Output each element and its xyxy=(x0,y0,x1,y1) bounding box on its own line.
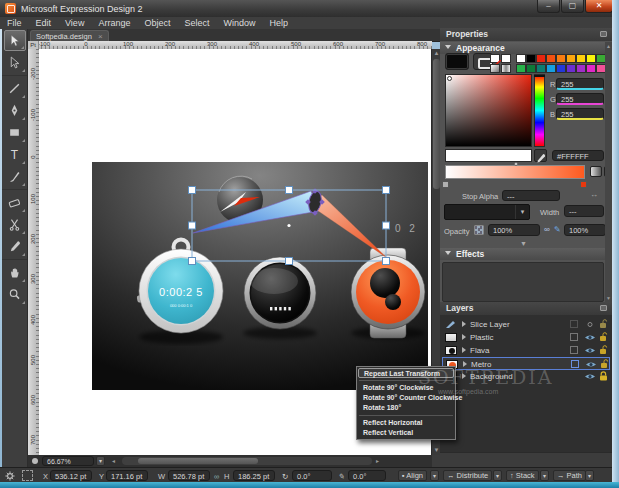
x-field[interactable]: 536.12 pt xyxy=(50,470,92,481)
w-field[interactable]: 526.78 pt xyxy=(168,470,210,481)
g-field[interactable]: 255 xyxy=(556,93,604,105)
minimize-button[interactable]: – xyxy=(537,0,560,13)
menu-window[interactable]: Window xyxy=(216,18,262,28)
distribute-dropdown-icon[interactable]: ▾ xyxy=(493,470,502,481)
zoom-tool[interactable] xyxy=(4,284,26,305)
r-field[interactable]: 255 xyxy=(556,78,604,90)
collapse-triangle-icon[interactable] xyxy=(445,251,451,255)
fill-swatch[interactable] xyxy=(445,53,469,70)
layer-row-background[interactable]: Background xyxy=(442,370,610,383)
rotation-field[interactable]: 0.0° xyxy=(292,470,332,481)
pen-tool[interactable] xyxy=(4,100,26,121)
palette-swatch[interactable] xyxy=(566,54,576,63)
lock-closed-icon[interactable] xyxy=(599,371,608,381)
line-tool[interactable] xyxy=(4,78,26,99)
eraser-tool[interactable] xyxy=(4,192,26,213)
link-dimensions-icon[interactable]: ∞ xyxy=(214,472,219,481)
menu-arrange[interactable]: Arrange xyxy=(91,18,137,28)
palette-swatch[interactable] xyxy=(526,64,536,73)
palette-swatch[interactable] xyxy=(516,64,526,73)
b-field[interactable]: 255 xyxy=(556,108,604,120)
layer-expand-icon[interactable] xyxy=(462,373,466,379)
layer-row-metro[interactable]: Metro xyxy=(442,357,610,370)
layer-checkbox[interactable] xyxy=(571,360,579,368)
palette-swatch[interactable] xyxy=(536,54,546,63)
palette-swatch[interactable] xyxy=(546,54,556,63)
eye-hidden-icon[interactable] xyxy=(584,320,596,329)
maximize-button[interactable]: ▢ xyxy=(561,0,584,13)
pin-icon[interactable] xyxy=(600,305,607,311)
path-button[interactable]: → Path xyxy=(553,470,586,481)
palette-swatch[interactable] xyxy=(526,54,536,63)
close-button[interactable]: ✕ xyxy=(585,0,613,13)
y-field[interactable]: 171.16 pt xyxy=(106,470,148,481)
gradient-mid-stop[interactable] xyxy=(514,162,518,166)
palette-swatch[interactable] xyxy=(576,54,586,63)
eyedropper-tool[interactable] xyxy=(4,236,26,257)
layer-row-slice[interactable]: Slice Layer xyxy=(442,318,610,331)
effects-header[interactable]: Effects xyxy=(440,248,612,260)
layer-expand-icon[interactable] xyxy=(462,347,466,353)
scroll-up-icon[interactable]: ▲ xyxy=(605,43,612,49)
menu-edit[interactable]: Edit xyxy=(29,18,59,28)
watch-black[interactable] xyxy=(244,257,316,329)
menu-item-repeat-last-transform[interactable]: Repeat Last Transform xyxy=(358,368,454,378)
tab-close-icon[interactable]: × xyxy=(98,32,103,41)
pin-icon[interactable] xyxy=(600,31,607,37)
section-collapse-chevron-icon[interactable]: ▼ xyxy=(520,240,527,247)
menu-item-rotate-90-cw[interactable]: Rotate 90° Clockwise xyxy=(357,383,455,393)
artboard-artwork[interactable]: 0:00:2 5 000 0:00:1 0 xyxy=(92,162,428,390)
palette-swatch[interactable] xyxy=(576,64,586,73)
registration-mark-icon[interactable] xyxy=(22,470,33,481)
lock-open-icon[interactable] xyxy=(600,359,609,369)
swatch-gradient-linear[interactable] xyxy=(490,64,500,73)
hue-slider[interactable] xyxy=(534,74,545,147)
collapse-triangle-icon[interactable] xyxy=(445,45,451,49)
layer-expand-icon[interactable] xyxy=(462,321,466,327)
palette-swatch[interactable] xyxy=(586,54,596,63)
hand-tool[interactable] xyxy=(4,262,26,283)
panel-scrollbar[interactable]: ▲ ▼ xyxy=(605,42,612,302)
scissors-tool[interactable] xyxy=(4,214,26,235)
menu-item-reflect-vertical[interactable]: Reflect Vertical xyxy=(357,428,455,438)
swatch-gradient-gray[interactable] xyxy=(501,64,511,73)
menu-select[interactable]: Select xyxy=(177,18,216,28)
layer-expand-icon[interactable] xyxy=(463,361,467,367)
paintbrush-tool[interactable] xyxy=(4,166,26,187)
hex-field[interactable]: #FFFFFF xyxy=(552,150,604,161)
ruler-unit[interactable]: Pt xyxy=(28,41,39,49)
palette-swatch[interactable] xyxy=(556,64,566,73)
scroll-right-icon[interactable]: ▸ xyxy=(376,457,379,464)
distribute-button[interactable]: ↔ Distribute xyxy=(443,470,492,481)
layer-row-flava[interactable]: Flava xyxy=(442,344,610,357)
width-field[interactable]: --- xyxy=(564,205,604,217)
path-dropdown-icon[interactable]: ▾ xyxy=(585,470,594,481)
saturation-value-box[interactable] xyxy=(445,74,532,147)
menu-item-rotate-90-ccw[interactable]: Rotate 90° Counter Clockwise xyxy=(357,393,455,403)
layer-checkbox[interactable] xyxy=(570,333,578,341)
lock-open-icon[interactable] xyxy=(599,319,608,329)
lock-open-icon[interactable] xyxy=(599,345,608,355)
layer-checkbox[interactable] xyxy=(570,320,578,328)
stack-button[interactable]: ↑ Stack xyxy=(506,470,539,481)
hue-marker[interactable] xyxy=(534,75,545,77)
layer-row-plastic[interactable]: Plastic xyxy=(442,331,610,344)
palette-swatch[interactable] xyxy=(586,64,596,73)
lock-open-icon[interactable] xyxy=(599,332,608,342)
layer-checkbox[interactable] xyxy=(570,346,578,354)
menu-item-reflect-horizontal[interactable]: Reflect Horizontal xyxy=(357,418,455,428)
menu-help[interactable]: Help xyxy=(262,18,295,28)
swatch-white[interactable] xyxy=(501,54,511,63)
stroke-opacity-field[interactable]: 100% xyxy=(564,224,606,236)
options-gear-icon[interactable] xyxy=(5,471,15,481)
eye-icon[interactable] xyxy=(584,346,596,355)
menu-object[interactable]: Object xyxy=(137,18,177,28)
eye-icon[interactable] xyxy=(584,333,596,342)
align-dropdown-icon[interactable]: ▾ xyxy=(430,470,439,481)
swatch-none[interactable] xyxy=(490,54,500,63)
chevron-down-icon[interactable]: ▾ xyxy=(515,205,529,219)
eye-icon[interactable] xyxy=(584,372,596,381)
palette-swatch[interactable] xyxy=(546,64,556,73)
menu-view[interactable]: View xyxy=(58,18,91,28)
rectangle-tool[interactable] xyxy=(4,122,26,143)
